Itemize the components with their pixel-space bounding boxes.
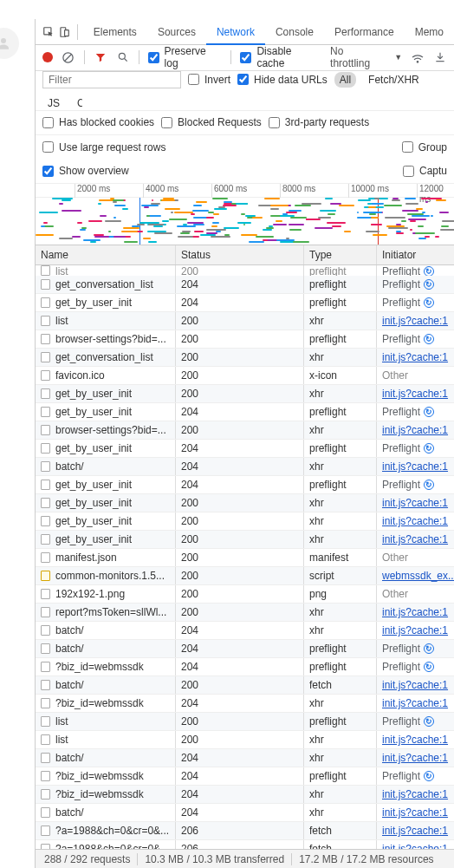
table-row[interactable]: get_by_user_init204preflightPreflight↻ — [36, 440, 454, 458]
table-row[interactable]: ?biz_id=webmssdk204preflightPreflight↻ — [36, 658, 454, 676]
table-row[interactable]: batch/204xhrinit.js?cache:1 — [36, 622, 454, 640]
initiator-link[interactable]: init.js?cache:1 — [382, 351, 448, 363]
table-row[interactable]: common-monitors.1.5...200scriptwebmssdk_… — [36, 567, 454, 585]
disable-cache-input[interactable] — [240, 52, 251, 63]
table-row[interactable]: get_by_user_init200xhrinit.js?cache:1 — [36, 494, 454, 512]
table-row[interactable]: 192x192-1.png200pngOther — [36, 585, 454, 604]
group-by-frame-input[interactable] — [402, 141, 413, 153]
table-row[interactable]: batch/204xhrinit.js?cache:1 — [36, 749, 454, 767]
table-row[interactable]: ?biz_id=webmssdk204preflightPreflight↻ — [36, 767, 454, 786]
table-row[interactable]: get_conversation_list204preflightPreflig… — [36, 276, 454, 294]
record-button[interactable] — [42, 52, 53, 62]
tab-elements[interactable]: Elements — [83, 19, 147, 45]
disable-cache-checkbox[interactable]: Disable cache — [240, 45, 321, 69]
initiator-link[interactable]: init.js?cache:1 — [382, 806, 448, 819]
col-name[interactable]: Name — [36, 245, 176, 265]
hide-data-urls-input[interactable] — [237, 74, 249, 85]
initiator-link[interactable]: init.js?cache:1 — [382, 315, 448, 327]
blocked-requests-checkbox[interactable]: Blocked Requests — [161, 116, 262, 128]
preserve-log-input[interactable] — [148, 52, 159, 63]
tab-console[interactable]: Console — [265, 19, 324, 45]
inspect-icon[interactable] — [41, 23, 56, 42]
initiator-link[interactable]: init.js?cache:1 — [382, 606, 448, 618]
table-row[interactable]: favicon.ico200x-iconOther — [36, 367, 454, 385]
initiator-link[interactable]: init.js?cache:1 — [382, 752, 448, 764]
initiator-link[interactable]: init.js?cache:1 — [382, 424, 448, 436]
initiator-link[interactable]: init.js?cache:1 — [382, 515, 448, 527]
table-row[interactable]: ?biz_id=webmssdk204xhrinit.js?cache:1 — [36, 695, 454, 713]
clear-icon[interactable] — [62, 50, 75, 64]
blocked-requests-input[interactable] — [161, 117, 172, 128]
type-filter-css[interactable]: CS — [72, 95, 82, 111]
initiator-link[interactable]: init.js?cache:1 — [382, 679, 448, 691]
initiator-link[interactable]: init.js?cache:1 — [382, 388, 448, 400]
third-party-input[interactable] — [269, 117, 280, 128]
type-filter-js[interactable]: JS — [42, 95, 65, 111]
table-row[interactable]: list200xhrinit.js?cache:1 — [36, 731, 454, 749]
tab-sources[interactable]: Sources — [147, 19, 206, 45]
table-row[interactable]: get_by_user_init200xhrinit.js?cache:1 — [36, 385, 454, 403]
group-by-frame-checkbox[interactable]: Group — [402, 141, 447, 153]
table-row[interactable]: browser-settings?bid=...200xhrinit.js?ca… — [36, 421, 454, 440]
timeline-overview[interactable]: 2000 ms4000 ms6000 ms8000 ms10000 ms1200… — [36, 184, 454, 245]
table-row[interactable]: get_by_user_init204preflightPreflight↻ — [36, 294, 454, 312]
invert-checkbox[interactable]: Invert — [188, 74, 230, 86]
table-row[interactable]: list200xhrinit.js?cache:1 — [36, 312, 454, 330]
third-party-checkbox[interactable]: 3rd-party requests — [269, 116, 369, 128]
tab-memory[interactable]: Memo — [405, 19, 454, 45]
type-filter-fetchxhr[interactable]: Fetch/XHR — [363, 72, 425, 88]
capture-input[interactable] — [403, 166, 414, 177]
request-list[interactable]: list200preflightPreflight↻get_conversati… — [36, 265, 454, 849]
preserve-log-checkbox[interactable]: Preserve log — [148, 45, 223, 69]
table-row[interactable]: ?a=1988&ch=0&cr=0&...206fetchinit.js?cac… — [36, 822, 454, 840]
table-row[interactable]: get_conversation_list200xhrinit.js?cache… — [36, 349, 454, 367]
table-row[interactable]: get_by_user_init204preflightPreflight↻ — [36, 403, 454, 421]
col-type[interactable]: Type — [304, 245, 377, 265]
initiator-link[interactable]: init.js?cache:1 — [382, 533, 448, 545]
initiator-link[interactable]: init.js?cache:1 — [382, 697, 448, 709]
table-row[interactable]: list200preflightPreflight↻ — [36, 265, 454, 276]
table-row[interactable]: batch/204xhrinit.js?cache:1 — [36, 458, 454, 476]
table-row[interactable]: batch/204xhrinit.js?cache:1 — [36, 804, 454, 822]
has-blocked-cookies-input[interactable] — [42, 117, 54, 128]
table-row[interactable]: report?msToken=sllWl...200xhrinit.js?cac… — [36, 604, 454, 622]
col-status[interactable]: Status — [176, 245, 304, 265]
initiator-link[interactable]: webmssdk_ex... — [382, 570, 454, 582]
initiator-link[interactable]: init.js?cache:1 — [382, 788, 448, 800]
tab-network[interactable]: Network — [206, 19, 265, 45]
initiator-link[interactable]: init.js?cache:1 — [382, 734, 448, 746]
table-row[interactable]: get_by_user_init200xhrinit.js?cache:1 — [36, 512, 454, 531]
throttling-select[interactable]: No throttling ▼ — [330, 45, 402, 69]
type-filter-all[interactable]: All — [334, 72, 356, 88]
timeline-cursor-end[interactable] — [378, 198, 379, 245]
table-row[interactable]: get_by_user_init200xhrinit.js?cache:1 — [36, 531, 454, 549]
initiator-link[interactable]: init.js?cache:1 — [382, 497, 448, 509]
hide-data-urls-checkbox[interactable]: Hide data URLs — [237, 74, 328, 86]
network-conditions-icon[interactable] — [411, 50, 425, 64]
capture-checkbox[interactable]: Captu — [403, 165, 447, 177]
large-rows-input[interactable] — [42, 141, 54, 153]
table-row[interactable]: browser-settings?bid=...200preflightPref… — [36, 330, 454, 349]
search-icon[interactable] — [116, 50, 130, 64]
table-row[interactable]: manifest.json200manifestOther — [36, 549, 454, 567]
initiator-link[interactable]: init.js?cache:1 — [382, 624, 448, 636]
import-export-icon[interactable] — [433, 50, 447, 64]
has-blocked-cookies-checkbox[interactable]: Has blocked cookies — [42, 116, 154, 128]
timeline-cursor-start[interactable] — [139, 198, 140, 245]
large-rows-checkbox[interactable]: Use large request rows — [42, 141, 165, 153]
invert-input[interactable] — [188, 74, 199, 85]
initiator-link[interactable]: init.js?cache:1 — [382, 460, 448, 473]
table-row[interactable]: ?biz_id=webmssdk204xhrinit.js?cache:1 — [36, 786, 454, 804]
filter-icon[interactable] — [94, 50, 107, 64]
initiator-link[interactable]: init.js?cache:1 — [382, 843, 448, 849]
table-row[interactable]: batch/204preflightPreflight↻ — [36, 640, 454, 658]
table-row[interactable]: ?a=1988&ch=0&cr=0&...206fetchinit.js?cac… — [36, 840, 454, 849]
table-row[interactable]: list200preflightPreflight↻ — [36, 713, 454, 731]
table-row[interactable]: batch/200fetchinit.js?cache:1 — [36, 676, 454, 695]
table-row[interactable]: get_by_user_init204preflightPreflight↻ — [36, 476, 454, 494]
show-overview-input[interactable] — [42, 166, 54, 177]
show-overview-checkbox[interactable]: Show overview — [42, 165, 129, 177]
device-icon[interactable] — [56, 23, 72, 42]
tab-performance[interactable]: Performance — [324, 19, 405, 45]
filter-input[interactable] — [42, 71, 181, 88]
